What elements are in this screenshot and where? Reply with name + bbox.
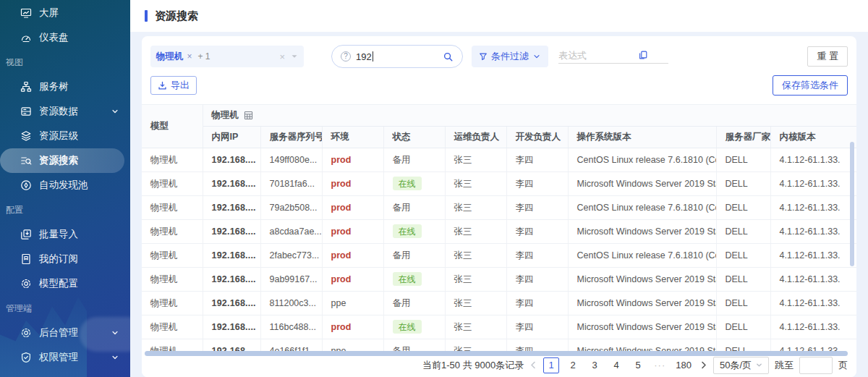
page-number-4[interactable]: 4 xyxy=(608,357,624,373)
env-value: prod xyxy=(331,155,352,165)
chevron-down-icon[interactable] xyxy=(111,352,119,363)
cell-ip: 192.168.... xyxy=(203,268,260,292)
sidebar-item-label: 我的订阅 xyxy=(39,253,78,266)
cell-serial: 70181fa6... xyxy=(260,172,322,196)
prev-page-icon[interactable] xyxy=(529,361,537,369)
reset-button[interactable]: 重 置 xyxy=(807,46,848,67)
page-number-3[interactable]: 3 xyxy=(587,357,603,373)
pagination: 当前1-50 共 9000条记录 12345···180 50条/页 跳至 页 xyxy=(142,356,856,377)
page-number-1[interactable]: 1 xyxy=(543,357,559,373)
sidebar-item-资源搜索[interactable]: 资源搜索 xyxy=(0,148,124,173)
table-row[interactable]: 物理机192.168....a8cdaa7ae...prod在线张三李四Micr… xyxy=(142,220,856,244)
env-value: ppe xyxy=(331,298,346,308)
search-icon[interactable] xyxy=(443,51,454,62)
page-number-2[interactable]: 2 xyxy=(565,357,581,373)
pagination-summary: 当前1-50 共 9000条记录 xyxy=(422,359,524,372)
model-select[interactable]: 物理机 × + 1 × xyxy=(150,46,304,67)
cell-ip: 192.168.... xyxy=(203,315,260,339)
cell-dev: 李四 xyxy=(506,268,568,292)
env-value: prod xyxy=(331,179,352,189)
env-value: prod xyxy=(331,226,352,237)
select-clear-icon[interactable]: × xyxy=(279,51,285,62)
columns-row: 内网IP服务器序列号环境状态运维负责人开发负责人操作系统版本服务器厂家内核版本 xyxy=(142,127,856,148)
column-header: 内核版本 xyxy=(770,127,856,148)
import-icon xyxy=(20,229,32,240)
cell-status: 备用 xyxy=(383,292,445,315)
page-number-5[interactable]: 5 xyxy=(630,357,646,373)
table-row[interactable]: 物理机192.168....811200c3...ppe备用张三李四Micros… xyxy=(142,292,856,315)
cell-status: 在线 xyxy=(383,268,445,292)
cell-vendor: DELL xyxy=(716,292,770,315)
table-row[interactable]: 物理机192.168....9ab99167...prod在线张三李四Micro… xyxy=(142,268,856,292)
cell-ops: 张三 xyxy=(445,315,506,339)
sidebar-item-我的订阅[interactable]: 我的订阅 xyxy=(0,247,130,271)
cell-os: CentOS Linux release 7.6.1810 (Core) xyxy=(568,196,716,220)
cell-ops: 张三 xyxy=(445,292,506,315)
table-row[interactable]: 物理机192.168....116bc488...prod在线张三李四Micro… xyxy=(142,315,856,339)
cell-env: prod xyxy=(322,268,383,292)
condition-filter-button[interactable]: 条件过滤 xyxy=(472,46,548,67)
tag-remove-icon[interactable]: × xyxy=(187,51,192,62)
env-value: prod xyxy=(331,203,352,213)
table-row[interactable]: 物理机192.168....70181fa6...prod在线张三李四Micro… xyxy=(142,172,856,196)
export-button[interactable]: 导出 xyxy=(150,76,197,95)
copy-icon[interactable] xyxy=(638,50,648,60)
cell-serial: 149ff080e... xyxy=(260,148,322,172)
cell-dev: 李四 xyxy=(506,172,568,196)
action-row: 导出 保存筛选条件 xyxy=(142,68,856,96)
cell-kernel: 4.1.12-61.1.33. xyxy=(770,172,856,196)
column-header: 环境 xyxy=(322,127,383,148)
cell-dev: 李四 xyxy=(506,315,568,339)
sidebar-item-资源数据[interactable]: 资源数据 xyxy=(0,99,130,124)
help-circle-icon: ? xyxy=(341,51,351,62)
column-settings-icon[interactable] xyxy=(244,111,253,120)
model-config-icon xyxy=(20,278,32,289)
sidebar-item-自动发现池[interactable]: 自动发现池 xyxy=(0,173,130,198)
export-label: 导出 xyxy=(171,79,190,92)
table-row[interactable]: 物理机192.168....79a2b508...prod备用张三李四CentO… xyxy=(142,196,856,220)
cell-ip: 192.168.... xyxy=(203,244,260,268)
sidebar-item-大屏[interactable]: 大屏 xyxy=(0,1,130,25)
sidebar-item-批量导入[interactable]: 批量导入 xyxy=(0,222,130,247)
cell-serial: 811200c3... xyxy=(260,292,322,315)
cell-env: prod xyxy=(322,148,383,172)
cell-os: Microsoft Windows Server 2019 Stan... xyxy=(568,292,716,315)
search-list-icon xyxy=(20,155,32,166)
page-number-180[interactable]: 180 xyxy=(673,357,694,373)
cell-model: 物理机 xyxy=(142,292,203,315)
database-icon xyxy=(20,106,32,117)
sidebar-item-服务树[interactable]: 服务树 xyxy=(0,75,130,99)
table-row[interactable]: 物理机192.168....149ff080e...prod备用张三李四Cent… xyxy=(142,148,856,172)
title-accent-bar xyxy=(145,10,148,22)
chevron-down-icon[interactable] xyxy=(111,106,119,117)
cell-vendor: DELL xyxy=(716,172,770,196)
expression-field xyxy=(558,50,668,64)
chevron-down-icon[interactable] xyxy=(291,53,298,60)
search-input[interactable]: ? 192 xyxy=(331,45,463,68)
sidebar-item-仪表盘[interactable]: 仪表盘 xyxy=(0,25,130,50)
chevron-down-icon xyxy=(756,362,762,368)
chevron-down-icon xyxy=(532,52,541,61)
cell-model: 物理机 xyxy=(142,172,203,196)
jump-page-input[interactable] xyxy=(799,357,833,374)
vertical-scrollbar[interactable] xyxy=(850,142,854,266)
save-filter-button[interactable]: 保存筛选条件 xyxy=(773,75,848,96)
horizontal-scrollbar[interactable] xyxy=(145,351,848,356)
expression-input[interactable] xyxy=(558,50,638,61)
filter-row: 物理机 × + 1 × ? 192 xyxy=(142,36,856,68)
cell-vendor: DELL xyxy=(716,148,770,172)
group-header-label: 物理机 xyxy=(212,109,239,122)
title-bar: 资源搜索 xyxy=(130,0,868,32)
cell-ops: 张三 xyxy=(445,244,506,268)
sidebar-item-资源层级[interactable]: 资源层级 xyxy=(0,124,130,148)
sidebar-nav: 大屏仪表盘视图服务树资源数据资源层级资源搜索自动发现池配置批量导入我的订阅模型配… xyxy=(0,1,130,370)
page-size-select[interactable]: 50条/页 xyxy=(713,357,769,374)
sidebar-item-label: 自动发现池 xyxy=(39,179,88,192)
sidebar-item-label: 仪表盘 xyxy=(39,31,69,44)
next-page-icon[interactable] xyxy=(699,361,707,369)
sidebar-item-模型配置[interactable]: 模型配置 xyxy=(0,271,130,296)
cell-ip: 192.168.... xyxy=(203,148,260,172)
table-row[interactable]: 物理机192.168....2fabec773...prod备用张三李四Cent… xyxy=(142,244,856,268)
cell-vendor: DELL xyxy=(716,196,770,220)
cell-kernel: 4.1.12-61.1.33. xyxy=(770,148,856,172)
